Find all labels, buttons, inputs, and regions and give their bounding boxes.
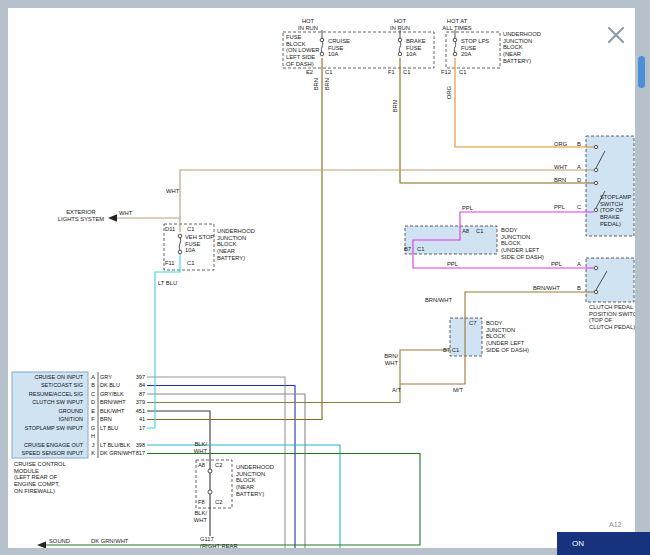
pin-label-c1b: C1 <box>403 69 410 76</box>
stoplamp-pin-a-wire: WHT <box>554 164 567 171</box>
cruise-fuse-label: CRUISE FUSE 10A <box>328 38 350 58</box>
pin-label-b7: B7 <box>404 246 411 253</box>
page-ref-a12: A12 <box>609 521 621 528</box>
module-row-name: GROUND <box>12 407 83 416</box>
pin-label-c1d: C1 <box>187 226 194 233</box>
frame-border-left <box>0 8 8 548</box>
pin-label-c2a: C2 <box>215 462 222 469</box>
stoplamp-pin-d-wire: BRN <box>554 177 566 184</box>
exterior-lights-label: EXTERIOR LIGHTS SYSTEM <box>52 209 110 222</box>
pin-label-b7c1: B7 C1 <box>443 347 459 354</box>
pin-label-c2b: C2 <box>215 499 222 506</box>
module-row-name: SPEED SENSOR INPUT <box>12 449 83 458</box>
module-row-wire: LT BLU <box>100 424 128 433</box>
module-row-wire: BRN/WHT <box>100 398 128 407</box>
stoplamp-pin-b: B <box>577 141 581 148</box>
pin-label-c1f: C1 <box>476 228 483 235</box>
module-row-pin: H <box>88 432 98 441</box>
label-mt: M/T <box>453 387 463 394</box>
stoplamp-pin-d: D <box>577 177 581 184</box>
wire-label-ppl-2: PPL <box>447 261 458 268</box>
module-names: CRUISE ON INPUTSET/COAST SIGRESUME/ACCEL… <box>12 373 86 458</box>
wire-label-dkgrnwht: DK GRN/WHT <box>91 538 128 545</box>
module-row-name: CRUISE ENGAGE OUT <box>12 441 83 450</box>
pin-label-f11: F11 <box>165 260 175 267</box>
sound-label: SOUND <box>49 538 70 545</box>
brake-fuse-symbol <box>398 30 402 56</box>
module-row-num: 41 <box>128 415 145 424</box>
underhood-jb-top-label: UNDERHOOD JUNCTION BLOCK (NEAR BATTERY) <box>503 31 541 64</box>
wire-label-org: ORG <box>446 86 452 99</box>
module-row-wire: BLK/WHT <box>100 407 128 416</box>
stoplamp-switch-label: STOPLAMP SWITCH (TOP OF BRAKE PEDAL) <box>600 194 631 227</box>
diagram-viewer: HOT IN RUN HOT IN RUN HOT AT ALL TIMES F… <box>0 0 650 555</box>
module-row-wire: BRN <box>100 415 128 424</box>
veh-stop-fuse-symbol <box>178 234 182 254</box>
module-row-name: SET/COAST SIG <box>12 381 83 390</box>
module-row-pin: B <box>88 381 98 390</box>
pin-label-c1c: C1 <box>459 69 466 76</box>
module-row-num: 451 <box>128 407 145 416</box>
close-button[interactable] <box>603 22 629 48</box>
stop-lps-fuse-label: STOP LPS FUSE 20A <box>461 38 489 58</box>
stoplamp-pin-b-wire: ORG <box>554 141 567 148</box>
label-at: A/T <box>392 387 401 394</box>
clutch-pin-b-wire: BRN/WHT <box>533 285 560 292</box>
module-row-num: 84 <box>128 381 145 390</box>
pin-label-c1e: C1 <box>187 260 194 267</box>
frame-border-bottom <box>0 548 650 555</box>
wire-dkgrnwht-817 <box>46 454 420 546</box>
module-row-name: STOPLAMP SW INPUT <box>12 424 83 433</box>
frame-border-right <box>635 8 650 548</box>
module-row-name: RESUME/ACCEL SIG <box>12 390 83 399</box>
pin-label-c7: C7 <box>469 320 476 327</box>
module-row-pin: K <box>88 449 98 458</box>
stop-lps-fuse-symbol <box>453 30 457 56</box>
wire-label-blkwht-1: BLK/ WHT <box>193 441 207 454</box>
module-row-wire: DK BLU <box>100 381 128 390</box>
stoplamp-pin-a: A <box>577 164 581 171</box>
wire-label-blkwht-2: BLK/ WHT <box>193 510 207 523</box>
stoplamp-pin-c-wire: PPL <box>554 204 565 211</box>
module-row-pin: C <box>88 390 98 399</box>
wire-label-brnwht-v: BRN/ WHT <box>381 353 398 366</box>
on-button[interactable]: ON <box>557 532 650 555</box>
module-row-num: 379 <box>128 398 145 407</box>
pin-label-d11: D11 <box>165 226 175 233</box>
hot-in-run-label-1: HOT IN RUN <box>288 18 328 31</box>
wire-label-ltblu: LT BLU <box>158 280 177 287</box>
module-row-wire: GRY/BLK <box>100 390 128 399</box>
module-row-wire: GRY <box>100 373 128 382</box>
wire-label-brn-2: BRN <box>324 78 330 90</box>
clutch-pin-b: B <box>577 285 581 292</box>
module-row-wire <box>100 432 128 441</box>
body-jb1-label: BODY JUNCTION BLOCK (UNDER LEFT SIDE OF … <box>501 227 544 260</box>
module-row-num: 87 <box>128 390 145 399</box>
scrollbar-thumb[interactable] <box>638 56 645 88</box>
pin-label-f12: F12 <box>441 69 451 76</box>
clutch-pin-a: A <box>577 261 581 268</box>
stoplamp-pin-c: C <box>577 204 581 211</box>
pin-label-a8: A8 <box>462 228 469 235</box>
pin-label-c1g: C1 <box>417 246 424 253</box>
frame-border-top <box>0 0 650 8</box>
wire-label-ppl-1: PPL <box>462 205 473 212</box>
clutch-switch-label: CLUTCH PEDAL POSITION SWITCH (TOP OF CLU… <box>589 304 641 331</box>
module-row-pin: G <box>88 424 98 433</box>
wire-label-wht-1: WHT <box>166 188 179 195</box>
module-row-name: CLUTCH SW INPUT <box>12 398 83 407</box>
module-row-pin: E <box>88 407 98 416</box>
module-row-num: 397 <box>128 373 145 382</box>
pin-label-c1a: C1 <box>325 69 332 76</box>
clutch-switch-block <box>586 258 634 302</box>
wire-label-wht-2: WHT <box>119 210 132 217</box>
fuse-block-label: FUSE BLOCK (ON LOWER LEFT SIDE OF DASH) <box>286 34 320 67</box>
module-row-pin: A <box>88 373 98 382</box>
module-row-num: 817 <box>128 449 145 458</box>
module-pins: ABCDEFGHJK <box>88 373 98 458</box>
body-jb2-label: BODY JUNCTION BLOCK (UNDER LEFT SIDE OF … <box>486 320 529 353</box>
module-row-pin: D <box>88 398 98 407</box>
pin-label-f8: F8 <box>198 499 205 506</box>
brake-fuse-label: BRAKE FUSE 10A <box>406 38 426 58</box>
module-row-name: CRUISE ON INPUT <box>12 373 83 382</box>
